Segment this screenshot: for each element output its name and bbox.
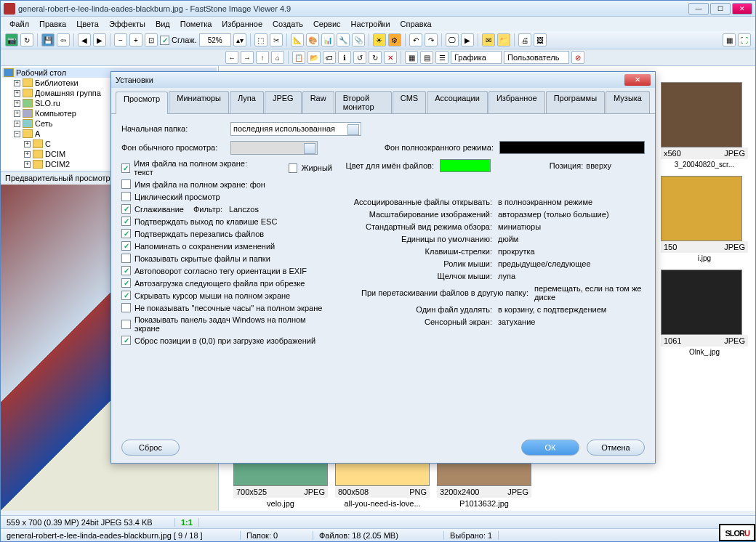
chk-save-remind[interactable] [121,241,131,251]
close-button[interactable]: ✕ [732,3,752,15]
wallpaper-icon[interactable]: 🖼 [534,33,547,46]
save-icon[interactable]: 💾 [41,33,55,46]
rotate-r-icon[interactable]: ↻ [369,51,382,64]
menu-file[interactable]: Файл [5,18,33,30]
menu-help[interactable]: Справка [396,18,436,30]
tab-cms[interactable]: CMS [393,91,426,113]
name-color-swatch[interactable] [440,159,491,172]
chk-hide-cursor[interactable] [121,291,131,300]
minimize-button[interactable]: — [688,3,709,15]
mouse-wheel-dropdown[interactable]: предыдущее/следующее [498,259,645,268]
tab-thumbs[interactable]: Миниатюры [169,91,229,113]
mail-icon[interactable]: ✉ [482,33,495,46]
tab-programs[interactable]: Программы [546,91,605,113]
delete-dropdown[interactable]: в корзину, с подтверждением [498,305,645,314]
scaling-dropdown[interactable]: авторазмер (только большие) [498,210,645,219]
sun-icon[interactable]: ☀ [373,33,386,46]
screen-icon[interactable]: 🖵 [446,33,459,46]
print-icon[interactable]: 🖨 [518,33,531,46]
smoothing-checkbox[interactable] [160,36,169,45]
layout-icon[interactable]: ▦ [723,33,736,46]
view1-icon[interactable]: ▦ [405,51,418,64]
chk-taskbar[interactable] [121,320,131,329]
back-icon[interactable]: ⇦ [57,33,70,46]
chk-filename-text[interactable] [121,163,130,173]
nav-up-icon[interactable]: ↑ [256,51,269,64]
cancel-button[interactable]: Отмена [587,440,645,456]
menu-tools[interactable]: Сервис [309,18,345,30]
assoc-open-dropdown[interactable]: в полноэкранном режиме [498,198,645,206]
tab-assoc[interactable]: Ассоциации [427,91,488,113]
titlebar[interactable]: general-robert-e-lee-linda-eades-blackbu… [1,1,755,17]
rotate-l-icon[interactable]: ↺ [353,51,366,64]
chk-bold[interactable] [289,163,297,173]
slideshow-icon[interactable]: ▶ [461,33,474,46]
info-icon[interactable]: ℹ [338,51,351,64]
tool5-icon[interactable]: 📎 [352,33,365,46]
menu-favorites[interactable]: Избранное [217,18,267,30]
tab-loupe[interactable]: Лупа [230,91,264,113]
chk-overwrite[interactable] [121,229,131,238]
copy-icon[interactable]: 📋 [292,51,305,64]
tool2-icon[interactable]: 🎨 [306,33,319,46]
folder-icon[interactable]: 📁 [497,33,510,46]
bg-normal-swatch[interactable] [230,141,318,155]
chk-exif-rotate[interactable] [121,266,131,275]
chk-smooth[interactable] [121,204,131,214]
move-icon[interactable]: 📂 [307,51,321,64]
tab-jpeg[interactable]: JPEG [265,91,302,113]
delete-icon[interactable]: ✕ [384,51,397,64]
prev-icon[interactable]: ◀ [78,33,91,46]
gear-icon[interactable]: ⚙ [388,33,401,46]
tool4-icon[interactable]: 🔧 [337,33,350,46]
thumb-item[interactable]: 150JPEG i.jpg [661,176,748,264]
menu-view[interactable]: Вид [151,18,174,30]
zoom-in-icon[interactable]: + [129,33,142,46]
user-dropdown[interactable]: Пользователь [504,51,569,64]
units-dropdown[interactable]: дюйм [498,235,645,243]
tag-icon[interactable]: 🏷 [323,51,336,64]
chk-loop[interactable] [121,192,131,201]
tab-music[interactable]: Музыка [606,91,650,113]
next-icon[interactable]: ▶ [93,33,106,46]
view3-icon[interactable]: ☰ [435,51,449,64]
arrow-keys-dropdown[interactable]: прокрутка [498,247,645,256]
chk-autoload-crop[interactable] [121,278,131,288]
spinner-icon[interactable]: ▴▾ [233,33,246,46]
thumb-item[interactable]: x560JPEG 3_20040820_scr... [661,82,748,170]
chk-filename-bg[interactable] [121,179,131,189]
menu-colors[interactable]: Цвета [72,18,103,30]
bg-full-swatch[interactable] [499,141,645,154]
chk-reset-pos[interactable] [121,336,131,345]
refresh-icon[interactable]: ↻ [20,33,33,46]
touch-dropdown[interactable]: затухание [498,317,645,326]
menu-tag[interactable]: Пометка [176,18,217,30]
chk-hidden[interactable] [121,254,131,263]
redo-icon[interactable]: ↷ [425,33,438,46]
chk-esc[interactable] [121,217,131,226]
maximize-button[interactable]: ☐ [710,3,731,15]
menu-create[interactable]: Создать [268,18,307,30]
default-view-dropdown[interactable]: миниатюры [498,222,645,231]
tool1-icon[interactable]: 📐 [291,33,304,46]
dialog-titlebar[interactable]: Установки ✕ [111,72,655,88]
select-icon[interactable]: ⬚ [254,33,268,46]
menu-effects[interactable]: Эффекты [105,18,150,30]
tab-monitor2[interactable]: Второй монитор [335,91,392,113]
reset-button[interactable]: Сброс [121,440,180,456]
zoom-out-icon[interactable]: − [114,33,127,46]
dialog-close-button[interactable]: ✕ [624,74,651,86]
camera-icon[interactable]: 📷 [5,33,18,46]
tab-fav[interactable]: Избранное [488,91,545,113]
nav-home-icon[interactable]: ⌂ [271,51,284,64]
view2-icon[interactable]: ▤ [420,51,433,64]
zoom-fit-icon[interactable]: ⊡ [145,33,158,46]
tab-view[interactable]: Просмотр [116,92,168,114]
fullscreen-icon[interactable]: ⛶ [738,33,751,46]
menu-settings[interactable]: Настройки [347,18,395,30]
crop-icon[interactable]: ✂ [270,33,283,46]
nav-back-icon[interactable]: ← [225,51,238,64]
tab-raw[interactable]: Raw [302,91,334,113]
mouse-click-dropdown[interactable]: лупа [498,272,645,280]
menu-edit[interactable]: Правка [35,18,71,30]
